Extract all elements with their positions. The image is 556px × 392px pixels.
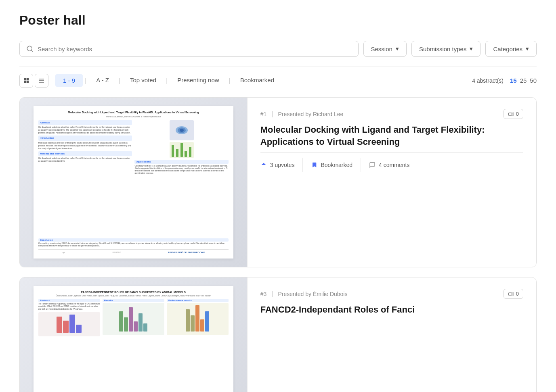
presenter-label: Presented by Richard Lee [278,111,343,117]
comments-button[interactable]: 4 comments [361,158,418,172]
bookmark-label: Bookmarked [321,162,352,168]
poster-thumbnail[interactable]: FANCD2-INDEPENDENT ROLES OF FANCI SUGGES… [20,277,247,392]
categories-chevron-icon: ▾ [526,45,529,52]
comments-count: 4 comments [379,162,409,168]
submission-types-filter-label: Submission types [419,46,467,52]
poster-card: FANCD2-INDEPENDENT ROLES OF FANCI SUGGES… [19,277,537,392]
tab-presenting-now[interactable]: Presenting now [169,73,227,88]
video-count-2: 0 [516,291,519,297]
video-icon [508,111,514,117]
video-badge: 0 [504,109,523,119]
submission-types-filter-button[interactable]: Submission types ▾ [411,41,481,57]
poster-title-2: FANCD2-Independant Roles of Fanci [260,304,523,316]
poster-image-simulation: Molecular Docking with Ligand and Target… [20,98,247,267]
tab-pagination[interactable]: 1 - 9 [55,74,83,87]
video-icon-2 [508,291,514,297]
tab-separator-3: | [166,77,168,84]
svg-rect-12 [508,113,512,115]
session-chevron-icon: ▾ [396,45,399,52]
poster-list: Molecular Docking with Ligand and Target… [19,97,537,392]
session-filter-button[interactable]: Session ▾ [363,41,407,57]
svg-line-1 [31,50,32,51]
toolbar: 1 - 9 | A - Z | Top voted | Presenting n… [19,73,537,88]
abstracts-count: 4 abstract(s) [472,77,504,84]
per-page-50[interactable]: 50 [530,77,537,84]
poster-meta-row: #1 | Presented by Richard Lee 0 [260,109,523,119]
tab-az[interactable]: A - Z [88,73,117,88]
poster-meta-row-2: #3 | Presented by Émilie Dubois 0 [260,289,523,299]
upvote-count: 3 upvotes [270,162,295,168]
svg-rect-4 [24,81,26,83]
comment-icon [369,162,376,168]
upvote-icon [260,162,267,168]
list-view-button[interactable] [35,74,48,88]
tab-bookmarked[interactable]: Bookmarked [232,73,282,88]
categories-filter-label: Categories [493,46,522,52]
grid-icon [23,77,29,84]
poster-number-2: #3 [260,291,267,297]
video-badge-2: 0 [504,289,523,299]
poster-card: Molecular Docking with Ligand and Target… [19,97,537,267]
poster-info-2: #3 | Presented by Émilie Dubois 0 [247,277,536,392]
list-icon [38,77,45,84]
upvote-button[interactable]: 3 upvotes [260,158,303,172]
view-icons-group [19,74,48,88]
grid-view-button[interactable] [19,74,33,88]
tab-separator-4: | [229,77,231,84]
tab-separator-2: | [119,77,120,84]
submission-types-chevron-icon: ▾ [470,45,473,52]
search-box[interactable] [19,41,359,57]
video-count: 0 [516,111,519,117]
svg-rect-2 [24,78,26,80]
poster-title: Molecular Docking with Ligand and Target… [260,124,523,148]
per-page-group: 15 25 50 [510,77,537,84]
presenter-label-2: Presented by Émilie Dubois [278,291,347,297]
poster-divider [260,152,523,153]
filter-divider [19,67,537,67]
poster-number: #1 [260,111,267,117]
bookmark-icon [311,162,317,168]
svg-point-11 [180,129,184,132]
poster-thumbnail[interactable]: Molecular Docking with Ligand and Target… [20,98,247,267]
per-page-25[interactable]: 25 [520,77,527,84]
search-icon [26,45,34,52]
tab-top-voted[interactable]: Top voted [122,73,164,88]
session-filter-label: Session [371,46,392,52]
tab-separator-1: | [85,77,86,84]
poster-image-simulation-2: FANCD2-INDEPENDENT ROLES OF FANCI SUGGES… [20,277,247,392]
svg-rect-3 [27,78,29,80]
categories-filter-button[interactable]: Categories ▾ [485,41,537,57]
svg-rect-5 [27,81,29,83]
bookmark-button[interactable]: Bookmarked [303,158,361,172]
poster-actions: 3 upvotes Bookmarked 4 comments [260,158,523,172]
per-page-15[interactable]: 15 [510,77,517,84]
page-title: Poster hall [19,13,537,28]
svg-rect-13 [508,293,512,295]
filters-row: Session ▾ Submission types ▾ Categories … [19,41,537,57]
search-input[interactable] [38,46,352,52]
poster-info: #1 | Presented by Richard Lee 0 [247,98,536,267]
